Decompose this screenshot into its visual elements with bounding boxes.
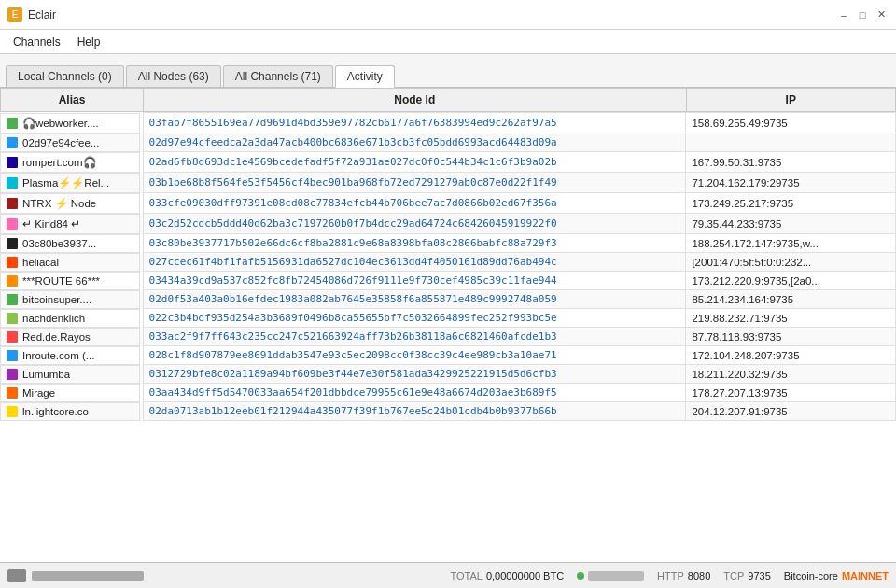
alias-cell: heliacal (0, 253, 140, 272)
node-ip-cell: 204.12.207.91:9735 (686, 402, 896, 421)
minimize-button[interactable]: – (836, 7, 851, 22)
node-ip-cell: 71.204.162.179:29735 (686, 173, 896, 193)
node-ip-cell: 158.69.255.49:9735 (686, 113, 896, 133)
node-alias-text: heliacal (22, 257, 59, 268)
table-row[interactable]: 03c80be3937...03c80be3937717b502e66dc6cf… (0, 234, 896, 253)
node-ip-cell: 85.214.234.164:9735 (686, 290, 896, 309)
tab-activity[interactable]: Activity (335, 65, 395, 88)
node-id-cell: 03b1be68b8f564fe53f5456cf4bec901ba968fb7… (143, 173, 686, 193)
alias-cell: nachdenklich (0, 309, 140, 328)
table-row[interactable]: ln.lightcore.co02da0713ab1b12eeb01f21294… (0, 402, 896, 421)
node-alias-text: ↵ Kind84 ↵ (22, 217, 80, 231)
node-ip-cell: 18.211.220.32:9735 (686, 365, 896, 384)
node-alias-text: ln.lightcore.co (22, 406, 89, 417)
alias-cell: ln.lightcore.co (0, 402, 140, 421)
node-color-indicator (7, 198, 18, 209)
http-label: HTTP (657, 570, 684, 581)
alias-cell: Lumumba (0, 365, 140, 384)
node-color-indicator (7, 218, 18, 230)
status-network: Bitcoin-core MAINNET (784, 570, 889, 581)
node-alias-text: 🎧webworker.... (22, 117, 99, 130)
node-ip-cell: 219.88.232.71:9735 (686, 309, 896, 328)
node-ip-cell: 172.104.248.207:9735 (686, 346, 896, 365)
table-row[interactable]: bitcoinsuper....02d0f53a403a0b16efdec198… (0, 290, 896, 309)
node-ip-cell: 79.35.44.233:9735 (686, 214, 896, 234)
table-row[interactable]: Lumumba0312729bfe8c02a1189a94bf609be3f44… (0, 365, 896, 384)
node-color-indicator (7, 294, 18, 305)
node-alias-text: ***ROUTE 66*** (22, 275, 100, 287)
table-row[interactable]: Mirage03aa434d9ff5d5470033aa654f201dbbdc… (0, 384, 896, 402)
table-row[interactable]: Plasma⚡⚡Rel...03b1be68b8f564fe53f5456cf4… (0, 173, 896, 193)
col-ip: IP (686, 89, 895, 112)
node-ip-cell: 167.99.50.31:9735 (686, 152, 896, 173)
app-title: Eclair (28, 8, 56, 21)
title-bar: E Eclair – □ ✕ (0, 0, 896, 30)
menu-help[interactable]: Help (70, 34, 108, 50)
node-color-indicator (7, 406, 18, 417)
table-row[interactable]: 02d97e94cfee...02d97e94cfeedca2a3da47acb… (0, 133, 896, 152)
node-id-cell: 02d0f53a403a0b16efdec1983a082ab7645e3585… (143, 290, 686, 309)
tab-all-nodes[interactable]: All Nodes (63) (126, 65, 221, 87)
node-id-cell: 02ad6fb8d693dc1e4569bcedefadf5f72a931ae0… (143, 152, 686, 173)
table-row[interactable]: 🎧webworker....03fab7f8655169ea77d9691d4b… (0, 113, 896, 133)
table-row[interactable]: NTRX ⚡ Node033cfe09030dff97391e08cd08c77… (0, 193, 896, 214)
alias-cell: ↵ Kind84 ↵ (0, 214, 140, 234)
maximize-button[interactable]: □ (855, 7, 870, 22)
status-total: TOTAL 0,00000000 BTC (451, 570, 565, 581)
node-color-indicator (7, 275, 18, 287)
tcp-label: TCP (723, 570, 744, 581)
col-node-id: Node Id (144, 89, 687, 112)
node-id-cell: 03434a39cd9a537c852fc8fb72454086d726f911… (143, 272, 686, 290)
node-label: Bitcoin-core (784, 570, 838, 581)
node-alias-text: nachdenklich (22, 313, 85, 324)
node-alias-text: Inroute.com (... (22, 350, 94, 361)
node-id-cell: 03aa434d9ff5d5470033aa654f201dbbdce79955… (143, 384, 686, 402)
node-id-cell: 03c2d52cdcb5ddd40d62ba3c7197260b0f7b4dcc… (143, 214, 686, 234)
alias-cell: 03c80be3937... (0, 234, 140, 253)
table-row[interactable]: heliacal027ccec61f4bf1fafb5156931da6527d… (0, 253, 896, 272)
node-ip-cell (686, 133, 896, 152)
status-tcp: TCP 9735 (723, 570, 770, 581)
menu-bar: Channels Help (0, 30, 896, 54)
table-row[interactable]: Red.de.Rayos033ac2f9f7ff643c235cc247c521… (0, 328, 896, 346)
node-color-indicator (7, 257, 18, 268)
table-row[interactable]: nachdenklich022c3b4bdf935d254a3b3689f049… (0, 309, 896, 328)
alias-cell: ***ROUTE 66*** (0, 272, 140, 290)
node-ip-cell: [2001:470:5f:5f:0:0:232... (686, 253, 896, 272)
menu-channels[interactable]: Channels (6, 34, 68, 50)
tab-all-channels[interactable]: All Channels (71) (223, 65, 333, 87)
tabs-bar: Local Channels (0) All Nodes (63) All Ch… (0, 54, 896, 88)
table-row[interactable]: ***ROUTE 66***03434a39cd9a537c852fc8fb72… (0, 272, 896, 290)
node-color-indicator (7, 331, 18, 343)
total-value: 0,00000000 BTC (486, 570, 564, 581)
table-row[interactable]: Inroute.com (...028c1f8d907879ee8691ddab… (0, 346, 896, 365)
status-bar: TOTAL 0,00000000 BTC HTTP 8080 TCP 9735 … (0, 562, 896, 588)
alias-cell: bitcoinsuper.... (0, 290, 140, 309)
main-content: Alias Node Id IP 🎧webworker....03fab7f86… (0, 88, 896, 562)
node-id-cell: 033cfe09030dff97391e08cd08c77834efcb44b7… (143, 193, 686, 214)
table-scroll-area[interactable]: 🎧webworker....03fab7f8655169ea77d9691d4b… (0, 112, 896, 562)
table-row[interactable]: ↵ Kind84 ↵03c2d52cdcb5ddd40d62ba3c719726… (0, 214, 896, 234)
node-id-cell: 033ac2f9f7ff643c235cc247c521663924aff73b… (143, 328, 686, 346)
table-row[interactable]: rompert.com🎧02ad6fb8d693dc1e4569bcedefad… (0, 152, 896, 173)
window-controls: – □ ✕ (836, 7, 889, 22)
title-bar-left: E Eclair (7, 7, 56, 22)
alias-cell: Plasma⚡⚡Rel... (0, 173, 140, 193)
nodes-table-header: Alias Node Id IP (0, 88, 896, 112)
nodes-table: 🎧webworker....03fab7f8655169ea77d9691d4b… (0, 112, 896, 421)
status-http: HTTP 8080 (657, 570, 710, 581)
total-label: TOTAL (451, 570, 483, 581)
node-id-cell: 03c80be3937717b502e66dc6cf8ba2881c9e68a8… (143, 234, 686, 253)
node-color-indicator (7, 238, 18, 249)
status-connection (577, 571, 644, 581)
node-id-cell: 0312729bfe8c02a1189a94bf609be3f44e7e30f5… (143, 365, 686, 384)
tab-local-channels[interactable]: Local Channels (0) (6, 65, 124, 87)
node-color-indicator (7, 369, 18, 380)
status-address-blurred (32, 571, 144, 581)
close-button[interactable]: ✕ (874, 7, 889, 22)
node-color-indicator (7, 157, 18, 168)
alias-cell: Red.de.Rayos (0, 328, 140, 346)
node-id-cell: 02d97e94cfeedca2a3da47acb400bc6836e671b3… (143, 133, 686, 152)
col-alias: Alias (1, 89, 144, 112)
node-ip-cell: 87.78.118.93:9735 (686, 328, 896, 346)
